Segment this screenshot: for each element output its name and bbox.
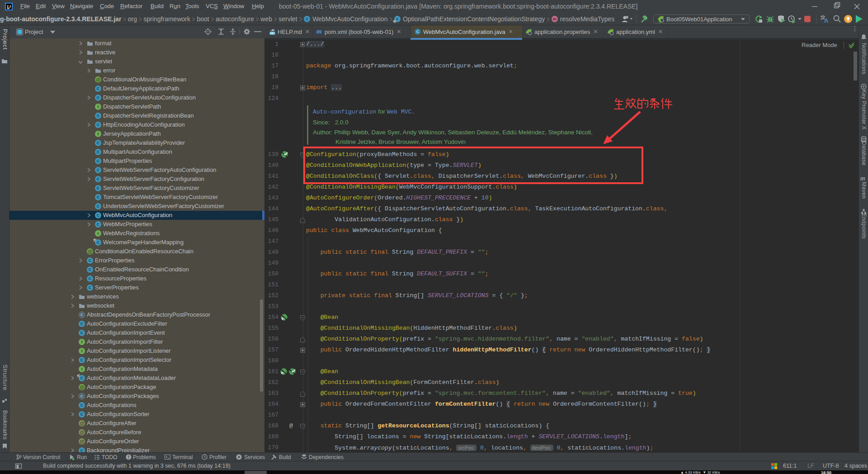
svg-text:MD: MD bbox=[270, 32, 274, 35]
svg-text:IJ: IJ bbox=[7, 5, 11, 9]
svg-text:A: A bbox=[824, 17, 829, 24]
svg-text:Boot05Web01Application: Boot05Web01Application bbox=[666, 16, 732, 23]
